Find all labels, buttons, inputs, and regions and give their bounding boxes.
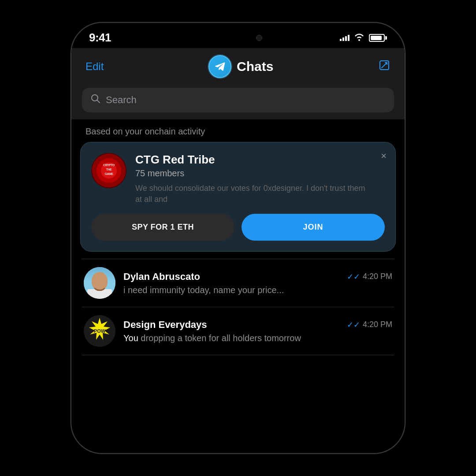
dynamic-island (201, 28, 275, 48)
compose-button[interactable] (378, 59, 390, 74)
chat-list: Dylan Abruscato ✓✓ 4:20 PM i need immuni… (71, 252, 405, 453)
svg-text:CRYPTO: CRYPTO (103, 164, 115, 167)
ctg-recommendation-card: × CRYPTO THE GAME (80, 142, 396, 252)
chat-sender: You (123, 333, 138, 343)
chat-item[interactable]: POW Design Everydays ✓✓ 4:20 PM You (71, 307, 405, 355)
ctg-card-info: CTG Red Tribe 75 members We should conso… (135, 153, 385, 205)
chat-content: Design Everydays ✓✓ 4:20 PM You dropping… (123, 319, 392, 343)
status-bar: 9:41 (71, 23, 405, 48)
header-center: Chats (208, 55, 273, 78)
battery-icon (369, 34, 387, 42)
side-button-volume-up (71, 133, 71, 168)
signal-icon (340, 35, 350, 41)
read-ticks-icon: ✓✓ (347, 272, 360, 282)
app-header: Edit Chats (71, 48, 405, 83)
chat-item[interactable]: Dylan Abruscato ✓✓ 4:20 PM i need immuni… (71, 259, 405, 307)
chat-preview-message: dropping a token for all holders tomorro… (141, 333, 301, 343)
chat-name: Design Everydays (123, 319, 207, 331)
app-content: Edit Chats (71, 48, 405, 453)
ctg-group-name: CTG Red Tribe (135, 153, 372, 167)
side-button-volume-down (71, 177, 71, 212)
chat-time-wrapper: ✓✓ 4:20 PM (347, 272, 392, 282)
status-time: 9:41 (89, 31, 111, 45)
chat-preview: i need immunity today, name your price..… (123, 285, 392, 295)
search-container: Search (71, 83, 405, 119)
ctg-message-preview: We should consolidate our votes for 0xde… (135, 183, 372, 205)
chat-preview: You dropping a token for all holders tom… (123, 333, 392, 343)
join-button[interactable]: JOIN (242, 214, 385, 241)
svg-point-12 (91, 270, 108, 280)
camera-dot (256, 35, 262, 41)
search-input[interactable]: Search (106, 94, 137, 106)
page-title: Chats (237, 59, 273, 74)
ctg-card-top: CRYPTO THE GAME CTG Red Tribe 75 members… (91, 153, 385, 205)
side-button-power (405, 146, 405, 199)
chat-name: Dylan Abruscato (123, 271, 200, 283)
chat-header-row: Dylan Abruscato ✓✓ 4:20 PM (123, 271, 392, 283)
svg-text:POW: POW (94, 328, 106, 334)
recommendation-label: Based on your onchain activity (71, 119, 405, 142)
spy-button[interactable]: SPY FOR 1 ETH (91, 214, 234, 241)
wifi-icon (354, 32, 364, 44)
svg-text:THE: THE (106, 168, 112, 171)
chat-divider (82, 355, 394, 355)
chat-header-row: Design Everydays ✓✓ 4:20 PM (123, 319, 392, 331)
svg-rect-14 (105, 275, 108, 280)
svg-rect-15 (93, 281, 99, 285)
phone-screen: 9:41 (71, 23, 405, 453)
svg-point-18 (94, 286, 105, 291)
ctg-avatar-image: CRYPTO THE GAME (92, 154, 126, 187)
chat-time: 4:20 PM (363, 272, 392, 281)
search-bar[interactable]: Search (82, 88, 394, 112)
search-icon (91, 94, 100, 106)
edit-button[interactable]: Edit (86, 60, 104, 73)
phone-frame: 9:41 (71, 22, 405, 454)
telegram-logo (208, 55, 231, 78)
chat-time: 4:20 PM (363, 320, 392, 329)
close-card-button[interactable]: × (381, 150, 387, 162)
ctg-member-count: 75 members (135, 168, 372, 178)
svg-text:GAME: GAME (105, 172, 114, 175)
svg-point-11 (92, 273, 108, 291)
status-icons (340, 32, 387, 44)
svg-rect-13 (91, 275, 94, 280)
ctg-action-buttons: SPY FOR 1 ETH JOIN (91, 214, 385, 241)
avatar: POW (84, 315, 115, 347)
side-button-mute (71, 102, 71, 124)
chat-time-wrapper: ✓✓ 4:20 PM (347, 320, 392, 330)
avatar (84, 267, 115, 299)
read-ticks-icon: ✓✓ (347, 320, 360, 330)
chat-content: Dylan Abruscato ✓✓ 4:20 PM i need immuni… (123, 271, 392, 295)
ctg-avatar: CRYPTO THE GAME (91, 153, 126, 188)
svg-rect-16 (100, 281, 106, 285)
